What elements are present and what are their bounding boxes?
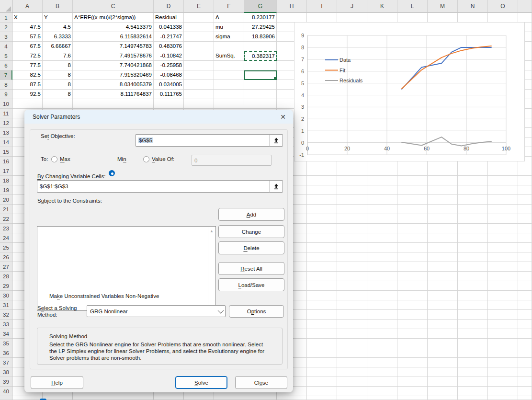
objective-input[interactable]: $G$5 <box>136 134 270 147</box>
cell-J28[interactable] <box>337 272 367 281</box>
cell-O30[interactable] <box>488 291 518 300</box>
cell-D9[interactable]: 0.111765 <box>154 90 184 99</box>
cell-M38[interactable] <box>428 367 458 377</box>
cell-O1[interactable] <box>488 13 518 23</box>
close-icon[interactable]: ✕ <box>277 112 289 122</box>
cell-O32[interactable] <box>488 310 518 320</box>
cell-N31[interactable] <box>458 300 488 310</box>
cell-L21[interactable] <box>397 205 428 214</box>
cell-J25[interactable] <box>337 243 367 252</box>
cell-J23[interactable] <box>337 224 367 233</box>
cell-M19[interactable] <box>428 185 458 195</box>
cell-E7[interactable] <box>184 70 214 80</box>
row-header-15[interactable]: 15 <box>0 147 12 157</box>
column-header-K[interactable]: K <box>367 0 397 13</box>
cell-M33[interactable] <box>428 320 458 329</box>
cell-O33[interactable] <box>488 320 518 329</box>
cell-C10[interactable] <box>73 99 154 109</box>
cell-N19[interactable] <box>458 185 488 195</box>
cell-I27[interactable] <box>307 262 337 272</box>
cell-K35[interactable] <box>367 339 397 348</box>
cell-I32[interactable] <box>307 310 337 320</box>
constraints-scrollbar[interactable]: ▲ ▼ <box>208 227 215 310</box>
cell-J26[interactable] <box>337 252 367 262</box>
cell-K36[interactable] <box>367 348 397 358</box>
cell-F9[interactable] <box>214 90 244 99</box>
cell-K24[interactable] <box>367 233 397 243</box>
cell-M32[interactable] <box>428 310 458 320</box>
cell-M25[interactable] <box>428 243 458 252</box>
cell-G9[interactable] <box>244 90 277 99</box>
row-header-13[interactable]: 13 <box>0 128 12 137</box>
cell-O26[interactable] <box>488 252 518 262</box>
cell-L30[interactable] <box>397 291 428 300</box>
cell-J1[interactable] <box>337 13 367 23</box>
cell-K38[interactable] <box>367 367 397 377</box>
cell-G3[interactable]: 18.83906 <box>244 32 277 42</box>
cell-N40[interactable] <box>458 387 488 396</box>
cell-J38[interactable] <box>337 367 367 377</box>
cell-J41[interactable] <box>337 396 367 400</box>
cell-B6[interactable]: 8 <box>43 61 73 70</box>
cell-K29[interactable] <box>367 281 397 291</box>
row-header-40[interactable]: 40 <box>0 387 12 396</box>
row-header-30[interactable]: 30 <box>0 291 12 300</box>
cell-M26[interactable] <box>428 252 458 262</box>
cell-N30[interactable] <box>458 291 488 300</box>
cell-G10[interactable] <box>244 99 277 109</box>
cell-O29[interactable] <box>488 281 518 291</box>
cell-J17[interactable] <box>337 166 367 176</box>
cell-N29[interactable] <box>458 281 488 291</box>
row-header-5[interactable]: 5 <box>0 51 12 61</box>
cell-D10[interactable] <box>154 99 184 109</box>
cell-I23[interactable] <box>307 224 337 233</box>
cell-L32[interactable] <box>397 310 428 320</box>
cell-K23[interactable] <box>367 224 397 233</box>
cell-K17[interactable] <box>367 166 397 176</box>
cell-I38[interactable] <box>307 367 337 377</box>
cell-O39[interactable] <box>488 377 518 387</box>
cell-M21[interactable] <box>428 205 458 214</box>
cell-K32[interactable] <box>367 310 397 320</box>
cell-O18[interactable] <box>488 176 518 185</box>
cell-M27[interactable] <box>428 262 458 272</box>
cell-N36[interactable] <box>458 348 488 358</box>
row-header-22[interactable]: 22 <box>0 214 12 224</box>
cell-C4[interactable]: 7.149745783 <box>73 42 154 51</box>
row-header-18[interactable]: 18 <box>0 176 12 185</box>
cell-M40[interactable] <box>428 387 458 396</box>
column-header-J[interactable]: J <box>337 0 367 13</box>
cell-N34[interactable] <box>458 329 488 339</box>
cell-I31[interactable] <box>307 300 337 310</box>
row-header-14[interactable]: 14 <box>0 137 12 147</box>
cell-I21[interactable] <box>307 205 337 214</box>
cell-N21[interactable] <box>458 205 488 214</box>
cell-L34[interactable] <box>397 329 428 339</box>
cell-O25[interactable] <box>488 243 518 252</box>
cell-N1[interactable] <box>458 13 488 23</box>
cell-F41[interactable] <box>214 396 244 400</box>
cell-O41[interactable] <box>488 396 518 400</box>
cell-F2[interactable]: mu <box>214 23 244 32</box>
row-header-10[interactable]: 10 <box>0 99 12 109</box>
row-header-9[interactable]: 9 <box>0 90 12 99</box>
cell-O19[interactable] <box>488 185 518 195</box>
cell-J39[interactable] <box>337 377 367 387</box>
row-header-26[interactable]: 26 <box>0 252 12 262</box>
cell-J22[interactable] <box>337 214 367 224</box>
solve-button[interactable]: Solve <box>175 376 227 389</box>
cell-O34[interactable] <box>488 329 518 339</box>
row-header-12[interactable]: 12 <box>0 118 12 128</box>
cell-M24[interactable] <box>428 233 458 243</box>
cell-N28[interactable] <box>458 272 488 281</box>
cell-L24[interactable] <box>397 233 428 243</box>
row-header-34[interactable]: 34 <box>0 329 12 339</box>
cell-B1[interactable]: Y <box>43 13 73 23</box>
cell-E9[interactable] <box>184 90 214 99</box>
cell-K1[interactable] <box>367 13 397 23</box>
cell-N26[interactable] <box>458 252 488 262</box>
cell-B2[interactable]: 4.5 <box>43 23 73 32</box>
cell-A10[interactable] <box>12 99 43 109</box>
cell-I24[interactable] <box>307 233 337 243</box>
column-header-O[interactable]: O <box>488 0 518 13</box>
